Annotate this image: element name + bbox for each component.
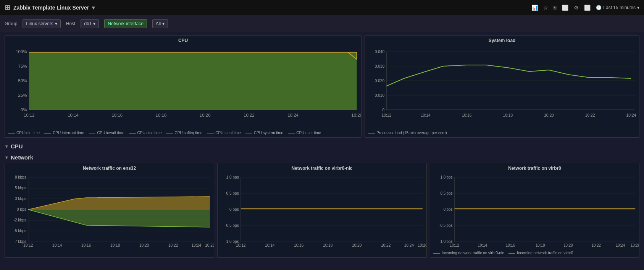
ens32-chart-area: 8 kbps 5 kbps 3 kbps 0 bps -2 kbps -5 kb…: [5, 172, 214, 249]
svg-text:10:26: 10:26: [418, 243, 426, 247]
cpu-chevron-icon: ▾: [5, 144, 8, 149]
clock-icon: 🕐: [596, 5, 602, 10]
virbr0-nic-chart-area: 1.0 bps 0.5 bps 0 bps -0.5 bps -1.0 bps …: [218, 172, 426, 249]
interrupt-label: CPU interrupt time: [53, 131, 84, 135]
svg-text:-5 kbps: -5 kbps: [14, 229, 26, 233]
virbr0-chart-title: Network traffic on virbr0: [430, 163, 639, 172]
system-label: CPU system time: [254, 131, 283, 135]
host-value: db1: [84, 21, 92, 26]
virbr0-nic-svg: 1.0 bps 0.5 bps 0 bps -0.5 bps -1.0 bps …: [218, 172, 426, 248]
virbr0-legend: Incoming network traffic on virbr0-nic I…: [430, 249, 639, 257]
network-section-header[interactable]: ▾ Network: [5, 152, 639, 163]
svg-text:10:18: 10:18: [536, 243, 545, 247]
virbr0-nic-in-label: Incoming network traffic on virbr0-nic: [442, 251, 504, 255]
svg-text:0 bps: 0 bps: [229, 207, 239, 211]
legend-iowait: CPU iowait time: [89, 131, 124, 135]
svg-text:0 bps: 0 bps: [17, 207, 26, 211]
legend-virbr0-in: Incoming network traffic on virbr0: [508, 251, 573, 255]
svg-text:10:14: 10:14: [52, 243, 62, 247]
svg-text:1.0 bps: 1.0 bps: [226, 175, 239, 179]
star-icon[interactable]: ☆: [543, 5, 548, 11]
svg-text:5 kbps: 5 kbps: [15, 186, 26, 190]
group-dropdown[interactable]: Linux servers ▾: [23, 19, 60, 28]
svg-text:10:16: 10:16: [506, 243, 515, 247]
system-load-chart-box: System load 0.040 0.030 0.020 0.01: [365, 35, 639, 138]
svg-text:0: 0: [383, 108, 385, 112]
svg-text:10:16: 10:16: [462, 113, 472, 117]
host-dropdown[interactable]: db1 ▾: [81, 19, 99, 28]
network-section-label: Network: [11, 154, 33, 161]
cpu-legend: CPU idle time CPU interrupt time CPU iow…: [5, 129, 361, 137]
network-interface-chevron: ▾: [162, 21, 165, 26]
network-interface-button[interactable]: Network interface: [104, 19, 147, 28]
iowait-color: [89, 133, 95, 133]
ens32-svg: 8 kbps 5 kbps 3 kbps 0 bps -2 kbps -5 kb…: [5, 172, 214, 248]
network-interface-label: Network interface: [108, 21, 143, 26]
svg-text:0.5 bps: 0.5 bps: [226, 191, 239, 195]
bar-chart-icon[interactable]: 📊: [531, 5, 538, 11]
filterbar: Group Linux servers ▾ Host db1 ▾ Network…: [0, 15, 644, 32]
svg-text:100%: 100%: [16, 50, 27, 54]
network-chevron-icon: ▾: [5, 155, 8, 160]
cpu-chart-area: 100% 75% 50% 25% 0% 10:12 10:14 10:16 10…: [5, 44, 361, 129]
time-range-label: Last 15 minutes: [603, 5, 636, 10]
legend-idle: CPU idle time: [8, 131, 40, 135]
legend-nice: CPU nice time: [129, 131, 162, 135]
virbr0-nic-chart-title: Network traffic on virbr0-nic: [218, 163, 426, 172]
nice-color: [129, 133, 136, 133]
svg-text:10:24: 10:24: [616, 243, 625, 247]
legend-steal: CPU steal time: [207, 131, 241, 135]
svg-text:10:14: 10:14: [421, 113, 431, 117]
svg-marker-20: [29, 52, 357, 110]
cpu-section-label: CPU: [11, 143, 23, 150]
save-icon[interactable]: ⬜: [562, 5, 568, 11]
svg-text:0%: 0%: [21, 108, 27, 112]
svg-text:10:26: 10:26: [351, 113, 361, 117]
host-label: Host: [66, 21, 76, 26]
app-title-area: ⊞ Zabbix Template Linux Server ▾: [5, 3, 95, 12]
svg-text:10:26: 10:26: [205, 243, 214, 247]
svg-text:10:12: 10:12: [450, 243, 459, 247]
svg-text:10:14: 10:14: [265, 243, 275, 247]
cpu-section-header[interactable]: ▾ CPU: [5, 141, 639, 152]
topbar-actions: 📊 ☆ ⎘ ⬜ ⚙ ⬜ 🕐 Last 15 minutes ▾: [531, 5, 639, 11]
network-chart-row: Network traffic on ens32 8 kbps: [5, 163, 639, 258]
svg-text:10:20: 10:20: [544, 113, 554, 117]
top-chart-row: CPU 100% 75% 50% 25% 0%: [5, 35, 639, 138]
legend-softirq: CPU softirq time: [166, 131, 202, 135]
svg-text:10:24: 10:24: [287, 113, 299, 117]
time-range-selector[interactable]: 🕐 Last 15 minutes ▾: [596, 5, 639, 10]
svg-text:1.0 bps: 1.0 bps: [441, 175, 453, 179]
system-load-legend: Processor load (15 min average per core): [365, 129, 639, 137]
svg-text:10:12: 10:12: [24, 113, 35, 117]
svg-text:50%: 50%: [18, 79, 27, 83]
system-load-title: System load: [365, 36, 639, 44]
svg-text:10:24: 10:24: [626, 113, 636, 117]
svg-text:10:22: 10:22: [168, 243, 178, 247]
system-color: [245, 133, 252, 133]
cpu-svg: 100% 75% 50% 25% 0% 10:12 10:14 10:16 10…: [5, 44, 361, 128]
svg-text:10:14: 10:14: [68, 113, 79, 117]
svg-text:10:20: 10:20: [200, 113, 211, 117]
settings-icon[interactable]: ⚙: [574, 5, 579, 11]
virbr0-in-label: Incoming network traffic on virbr0: [517, 251, 573, 255]
display-icon[interactable]: ⬜: [584, 5, 591, 11]
svg-text:0.010: 0.010: [375, 93, 385, 98]
legend-proc-load: Processor load (15 min average per core): [368, 131, 447, 135]
share-icon[interactable]: ⎘: [554, 5, 557, 11]
svg-text:10:14: 10:14: [478, 243, 487, 247]
legend-virbr0-nic-in: Incoming network traffic on virbr0-nic: [433, 251, 504, 255]
svg-text:10:20: 10:20: [139, 243, 149, 247]
title-dropdown-arrow[interactable]: ▾: [92, 5, 95, 11]
virbr0-in-color: [508, 253, 515, 254]
user-color: [288, 133, 295, 133]
network-interface-value: All: [156, 21, 161, 26]
svg-text:10:22: 10:22: [591, 243, 600, 247]
virbr0-chart-area: 1.0 bps 0.5 bps 0 bps -0.5 bps -1.0 bps …: [430, 172, 639, 249]
svg-text:-0.5 bps: -0.5 bps: [225, 223, 239, 228]
proc-load-label: Processor load (15 min average per core): [376, 131, 447, 135]
network-interface-value-dropdown[interactable]: All ▾: [152, 19, 168, 28]
svg-text:10:22: 10:22: [381, 243, 391, 247]
virbr0-svg: 1.0 bps 0.5 bps 0 bps -0.5 bps -1.0 bps …: [430, 172, 639, 248]
group-value: Linux servers: [26, 21, 53, 26]
